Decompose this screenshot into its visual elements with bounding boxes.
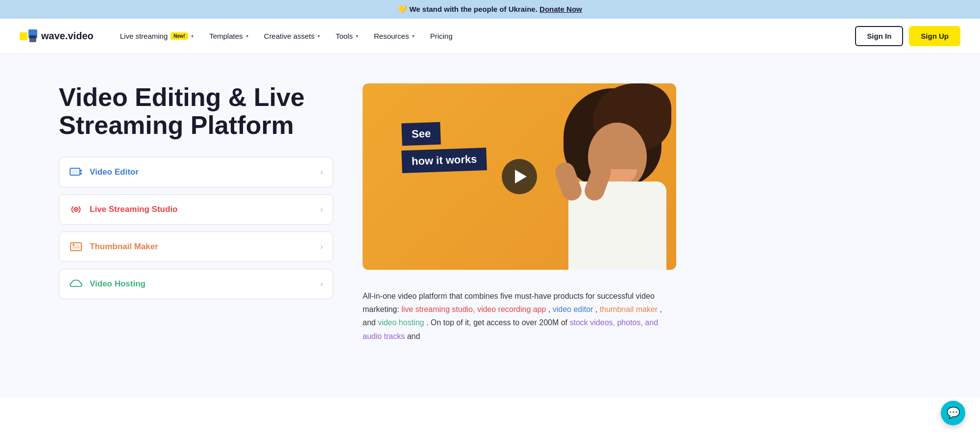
desc-comma1: , <box>548 305 553 313</box>
feature-label-thumbnail-maker: Thumbnail Maker <box>90 242 158 252</box>
feature-item-thumbnail-maker[interactable]: Thumbnail Maker › <box>59 232 333 262</box>
sign-up-button[interactable]: Sign Up <box>909 26 960 46</box>
nav-label-tools: Tools <box>336 32 353 40</box>
nav-label-resources: Resources <box>374 32 409 40</box>
feature-left: Video Editor <box>69 165 139 179</box>
video-preview[interactable]: See how it works <box>363 83 676 270</box>
hero-title: Video Editing & Live Streaming Platform <box>59 83 333 139</box>
feature-left: Thumbnail Maker <box>69 240 158 254</box>
nav-item-resources[interactable]: Resources ▾ <box>367 28 421 44</box>
nav-actions: Sign In Sign Up <box>855 26 960 46</box>
feature-label-video-editor: Video Editor <box>90 167 139 177</box>
desc-end: and <box>407 332 420 340</box>
sign-in-button[interactable]: Sign In <box>855 26 903 46</box>
live-streaming-icon <box>69 203 83 216</box>
video-wrapper: See how it works <box>363 83 676 270</box>
link-video-editor[interactable]: video editor <box>553 305 593 313</box>
chevron-down-icon: ▾ <box>318 33 320 39</box>
donate-link[interactable]: Donate Now <box>539 5 582 13</box>
nav-items: Live streaming New! ▾ Templates ▾ Creati… <box>113 28 856 44</box>
feature-list: Video Editor › Live Streaming Stud <box>59 157 333 299</box>
chevron-right-icon: › <box>320 242 323 251</box>
play-triangle-icon <box>515 170 527 183</box>
svg-rect-6 <box>80 173 82 175</box>
link-thumbnail-maker[interactable]: thumbnail maker <box>600 305 658 313</box>
feature-left: Live Streaming Studio <box>69 203 177 216</box>
nav-item-templates[interactable]: Templates ▾ <box>202 28 255 44</box>
feature-label-video-hosting: Video Hosting <box>90 279 146 289</box>
chevron-down-icon: ▾ <box>246 33 248 39</box>
logo[interactable]: wave.video <box>20 29 94 43</box>
svg-point-8 <box>75 208 77 210</box>
svg-rect-4 <box>71 169 79 174</box>
chevron-right-icon: › <box>320 168 323 177</box>
chevron-down-icon: ▾ <box>356 33 358 39</box>
feature-item-video-editor[interactable]: Video Editor › <box>59 157 333 187</box>
nav-item-pricing[interactable]: Pricing <box>423 28 460 44</box>
hero-left: Video Editing & Live Streaming Platform … <box>59 83 333 299</box>
thumbnail-maker-icon <box>69 240 83 254</box>
chevron-right-icon: › <box>320 205 323 214</box>
svg-rect-5 <box>80 170 82 172</box>
nav-label-pricing: Pricing <box>430 32 453 40</box>
desc-comma2: , <box>595 305 600 313</box>
nav-label-live-streaming: Live streaming <box>120 32 168 40</box>
svg-rect-2 <box>29 35 36 42</box>
svg-point-10 <box>73 244 74 246</box>
logo-text: wave.video <box>41 30 94 42</box>
link-live-streaming-studio[interactable]: live streaming studio, video recording a… <box>401 305 546 313</box>
logo-icon <box>20 29 37 43</box>
nav-item-tools[interactable]: Tools ▾ <box>329 28 365 44</box>
new-badge: New! <box>171 32 188 40</box>
hero-right: See how it works All-in-o <box>363 83 676 343</box>
chevron-right-icon: › <box>320 280 323 288</box>
desc-middle: . On top of it, get access to over 200M … <box>426 318 570 327</box>
nav-label-creative-assets: Creative assets <box>264 32 315 40</box>
nav-label-templates: Templates <box>209 32 243 40</box>
feature-item-live-streaming-studio[interactable]: Live Streaming Studio › <box>59 194 333 225</box>
svg-rect-0 <box>20 32 27 40</box>
nav-item-creative-assets[interactable]: Creative assets ▾ <box>257 28 327 44</box>
description-text: All-in-one video platform that combines … <box>363 289 676 343</box>
hero-section: Video Editing & Live Streaming Platform … <box>0 54 980 397</box>
video-hosting-icon <box>69 277 83 291</box>
video-editor-icon <box>69 165 83 179</box>
feature-item-video-hosting[interactable]: Video Hosting › <box>59 269 333 299</box>
play-button[interactable] <box>502 159 537 194</box>
chevron-down-icon: ▾ <box>412 33 415 39</box>
feature-label-live-streaming: Live Streaming Studio <box>90 205 177 214</box>
ukraine-banner: 💛 We stand with the people of Ukraine. D… <box>0 0 980 19</box>
link-video-hosting[interactable]: video hosting <box>378 318 424 327</box>
chevron-down-icon: ▾ <box>191 33 194 39</box>
banner-text: We stand with the people of Ukraine. <box>409 5 537 13</box>
main-nav: wave.video Live streaming New! ▾ Templat… <box>0 19 980 54</box>
banner-emoji: 💛 <box>398 5 407 13</box>
nav-item-live-streaming[interactable]: Live streaming New! ▾ <box>113 28 200 44</box>
feature-left: Video Hosting <box>69 277 146 291</box>
see-how-badge: See how it works <box>402 123 487 172</box>
